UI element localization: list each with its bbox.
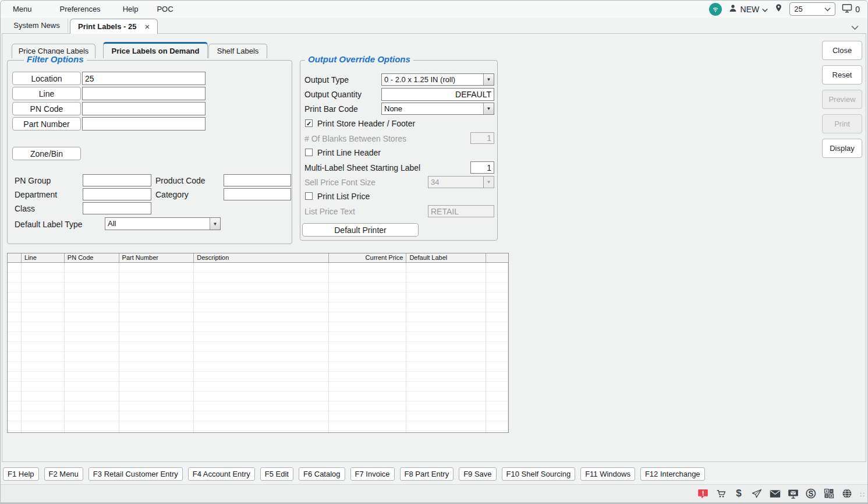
pn-group-input[interactable]: [83, 174, 151, 186]
fn-f6-catalog-button[interactable]: F6 Catalog: [299, 467, 345, 481]
blanks-between-stores-input: [470, 132, 494, 144]
connection-status-icon[interactable]: [709, 3, 722, 16]
menu-item-help[interactable]: Help: [123, 5, 139, 13]
fn-f11-windows-button[interactable]: F11 Windows: [580, 467, 635, 481]
grid-column: [65, 263, 119, 432]
store-select[interactable]: 25: [789, 2, 835, 16]
department-label: Department: [15, 190, 57, 199]
print-line-header-label[interactable]: Print Line Header: [317, 148, 381, 157]
multi-label-start-input[interactable]: [470, 161, 494, 174]
location-button[interactable]: Location: [12, 72, 81, 85]
subtab-price-labels-on-demand[interactable]: Price Labels on Demand: [103, 42, 208, 58]
fn-f3-retail-customer-entry-button[interactable]: F3 Retail Customer Entry: [88, 467, 183, 481]
session-monitor[interactable]: 0: [842, 3, 860, 15]
grid-column: [22, 263, 65, 432]
default-label-type-select[interactable]: All ▼: [105, 217, 221, 230]
display-button[interactable]: Display: [822, 139, 862, 158]
location-pin-icon[interactable]: [774, 3, 783, 15]
fn-f5-edit-button[interactable]: F5 Edit: [260, 467, 293, 481]
dollar-icon[interactable]: $: [733, 488, 745, 499]
group-title: Output Override Options: [305, 54, 413, 64]
user-name: NEW: [741, 5, 760, 14]
grid-column: [8, 263, 22, 432]
monitor-count: 0: [855, 5, 860, 14]
close-tab-icon[interactable]: ×: [144, 23, 150, 30]
output-quantity-label: Output Quantity: [304, 90, 362, 99]
fn-f1-help-button[interactable]: F1 Help: [3, 467, 39, 481]
monitor-icon: [842, 3, 852, 15]
category-label: Category: [155, 190, 189, 199]
resize-grip-icon[interactable]: ∷: [860, 491, 865, 499]
dropdown-arrow-icon[interactable]: ▼: [483, 103, 494, 114]
tab-print-labels[interactable]: Print Labels - 25 ×: [70, 19, 158, 34]
sell-price-font-size-select: 34 ▼: [428, 176, 494, 188]
default-printer-button[interactable]: Default Printer: [302, 223, 419, 237]
globe-icon[interactable]: [841, 488, 853, 499]
reset-button[interactable]: Reset: [822, 65, 862, 84]
print-list-price-label[interactable]: Print List Price: [317, 192, 370, 201]
dropdown-arrow-icon[interactable]: ▼: [210, 218, 220, 230]
list-price-text-label: List Price Text: [304, 207, 355, 216]
department-input[interactable]: [83, 188, 151, 200]
multi-label-start-label: Multi-Label Sheet Starting Label: [304, 163, 420, 172]
subtab-shelf-labels[interactable]: Shelf Labels: [208, 44, 267, 58]
class-input[interactable]: [83, 202, 151, 214]
line-button[interactable]: Line: [12, 87, 81, 100]
zone-bin-button[interactable]: Zone/Bin: [12, 147, 81, 160]
print-store-header-checkbox[interactable]: ✓: [305, 119, 313, 127]
fn-f8-part-entry-button[interactable]: F8 Part Entry: [400, 467, 454, 481]
output-quantity-input[interactable]: [381, 88, 494, 101]
menu-item-poc[interactable]: POC: [157, 5, 173, 13]
output-type-select[interactable]: 0 - 2.0 x 1.25 IN (roll) ▼: [381, 73, 494, 86]
print-line-header-checkbox[interactable]: [305, 149, 313, 156]
selected-value: 34: [428, 177, 483, 188]
output-type-label: Output Type: [304, 75, 349, 84]
product-code-input[interactable]: [224, 174, 291, 186]
status-bar: $ Ⓢ ∷: [0, 484, 868, 504]
fn-f12-interchange-button[interactable]: F12 Interchange: [640, 467, 705, 481]
s-circle-icon[interactable]: Ⓢ: [805, 488, 817, 499]
tab-label: System News: [13, 21, 59, 30]
filter-options-group: Filter Options Location Line PN Code Par…: [7, 60, 292, 244]
alert-badge-icon[interactable]: [697, 488, 708, 499]
close-button[interactable]: Close: [822, 41, 862, 60]
preview-button: Preview: [822, 90, 862, 109]
monitor-message-icon[interactable]: [787, 488, 799, 499]
part-number-input[interactable]: [82, 117, 206, 131]
paper-plane-icon[interactable]: [751, 488, 763, 499]
pn-code-button[interactable]: PN Code: [12, 102, 81, 115]
pn-code-input[interactable]: [82, 102, 206, 115]
sell-price-font-size-label: Sell Price Font Size: [304, 178, 375, 187]
print-store-header-label[interactable]: Print Store Header / Footer: [317, 119, 415, 128]
shopping-cart-icon[interactable]: [715, 488, 727, 499]
grid-header-line: Line: [22, 253, 65, 262]
user-menu[interactable]: NEW: [728, 3, 768, 15]
print-bar-code-select[interactable]: None ▼: [381, 103, 494, 115]
grid-header-row: Line PN Code Part Number Description Cur…: [8, 253, 508, 263]
fn-f4-account-entry-button[interactable]: F4 Account Entry: [188, 467, 255, 481]
group-title: Filter Options: [24, 54, 87, 64]
fn-f10-shelf-sourcing-button[interactable]: F10 Shelf Sourcing: [502, 467, 576, 481]
menu-item-preferences[interactable]: Preferences: [60, 5, 101, 13]
tab-list-chevron-icon[interactable]: [851, 22, 859, 33]
menu-item-menu[interactable]: Menu: [13, 5, 32, 13]
line-input[interactable]: [82, 87, 206, 100]
fn-f2-menu-button[interactable]: F2 Menu: [44, 467, 83, 481]
fn-f7-invoice-button[interactable]: F7 Invoice: [350, 467, 395, 481]
location-input[interactable]: [82, 72, 206, 85]
menu-bar-right: NEW 25 0: [709, 0, 860, 18]
calculator-icon[interactable]: [823, 488, 835, 499]
dropdown-arrow-icon[interactable]: ▼: [483, 74, 494, 85]
pn-group-label: PN Group: [15, 176, 51, 185]
part-number-button[interactable]: Part Number: [12, 117, 81, 131]
tab-system-news[interactable]: System News: [6, 19, 68, 33]
mail-icon[interactable]: [769, 488, 781, 499]
print-bar-code-label: Print Bar Code: [304, 104, 358, 114]
fn-f9-save-button[interactable]: F9 Save: [459, 467, 496, 481]
grid-body: [8, 263, 508, 432]
grid-column: [119, 263, 194, 432]
status-icons: $ Ⓢ: [697, 488, 853, 499]
list-price-text-input: [428, 205, 494, 217]
print-list-price-checkbox[interactable]: [305, 192, 313, 200]
category-input[interactable]: [224, 188, 291, 200]
